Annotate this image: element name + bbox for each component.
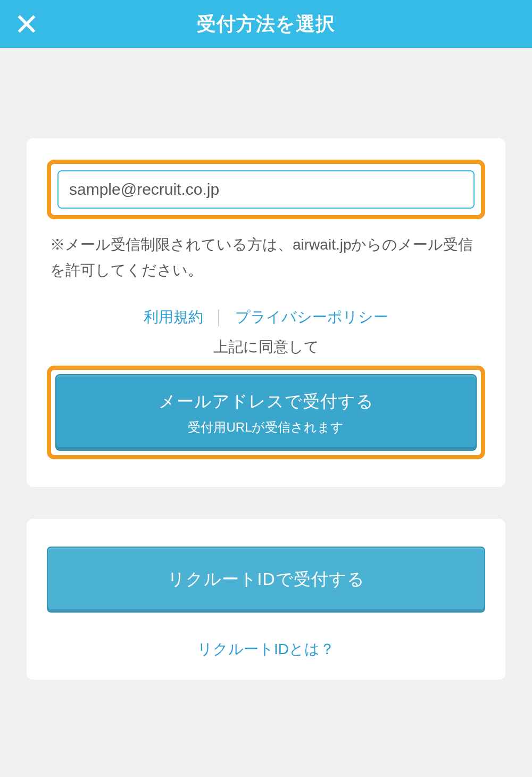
agree-text: 上記に同意して bbox=[47, 337, 485, 357]
page-title: 受付方法を選択 bbox=[197, 11, 335, 37]
privacy-link[interactable]: プライバシーポリシー bbox=[235, 307, 388, 327]
email-submit-sub: 受付用URLが受信されます bbox=[56, 419, 476, 436]
email-card: ※メール受信制限されている方は、airwait.jpからのメール受信を許可してく… bbox=[27, 138, 505, 487]
recruit-id-help-link[interactable]: リクルートIDとは？ bbox=[47, 639, 485, 659]
email-highlight bbox=[47, 160, 485, 219]
legal-links: 利用規約 │ プライバシーポリシー bbox=[47, 307, 485, 327]
link-divider: │ bbox=[215, 309, 223, 326]
header: 受付方法を選択 bbox=[0, 0, 532, 48]
terms-link[interactable]: 利用規約 bbox=[144, 307, 203, 327]
close-icon bbox=[16, 14, 37, 34]
email-submit-title: メールアドレスで受付する bbox=[56, 390, 476, 414]
recruit-id-card: リクルートIDで受付する リクルートIDとは？ bbox=[27, 519, 505, 680]
submit-highlight: メールアドレスで受付する 受付用URLが受信されます bbox=[47, 366, 485, 459]
recruit-id-button[interactable]: リクルートIDで受付する bbox=[47, 547, 485, 613]
email-submit-button[interactable]: メールアドレスで受付する 受付用URLが受信されます bbox=[55, 374, 477, 451]
close-button[interactable] bbox=[15, 12, 38, 36]
email-note: ※メール受信制限されている方は、airwait.jpからのメール受信を許可してく… bbox=[50, 232, 482, 283]
email-input[interactable] bbox=[57, 170, 475, 209]
content: ※メール受信制限されている方は、airwait.jpからのメール受信を許可してく… bbox=[0, 48, 532, 680]
